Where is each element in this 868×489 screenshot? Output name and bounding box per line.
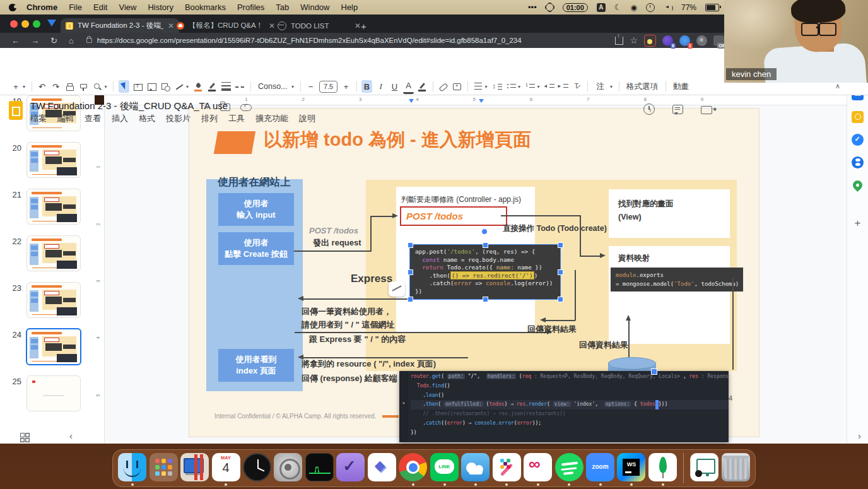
italic-button[interactable]: I bbox=[375, 80, 386, 93]
version-history-icon[interactable] bbox=[643, 103, 655, 115]
numbered-list-dropdown[interactable]: ▾ bbox=[536, 80, 541, 93]
insert-line-button[interactable] bbox=[174, 80, 185, 93]
volume-icon[interactable] bbox=[664, 4, 672, 11]
home-button[interactable]: ⌂ bbox=[69, 36, 74, 45]
slide-thumbnail-21[interactable] bbox=[26, 189, 81, 225]
timer-indicator[interactable]: 01:00 bbox=[563, 3, 588, 12]
border-color-button[interactable] bbox=[207, 80, 218, 93]
decrease-font-size-button[interactable]: − bbox=[305, 80, 316, 93]
zoom-icon[interactable]: zoom bbox=[586, 451, 614, 486]
insert-shape-button[interactable] bbox=[160, 80, 171, 93]
slides-menu-item[interactable]: 檔案 bbox=[30, 113, 47, 124]
paint-format-button[interactable] bbox=[78, 80, 89, 93]
highlight-color-button[interactable] bbox=[417, 80, 428, 93]
back-button[interactable]: ← bbox=[11, 36, 20, 45]
window-close-button[interactable] bbox=[10, 20, 18, 28]
toggle-extension-icon[interactable]: Off bbox=[713, 35, 724, 46]
slides-menu-item[interactable]: 格式 bbox=[139, 113, 155, 124]
resize-handle[interactable] bbox=[483, 242, 488, 248]
redo-button[interactable]: ↷ bbox=[50, 80, 61, 93]
slide-thumbnail-20[interactable] bbox=[26, 142, 81, 178]
calendar-icon[interactable]: MAY4 bbox=[211, 451, 240, 486]
launchpad-icon[interactable] bbox=[149, 451, 177, 486]
input-source-icon[interactable]: A bbox=[597, 3, 606, 12]
maps-icon[interactable] bbox=[851, 179, 864, 192]
select-tool[interactable] bbox=[119, 80, 129, 93]
chrome-icon[interactable] bbox=[399, 451, 427, 486]
line-icon[interactable]: LINE bbox=[430, 451, 459, 486]
do-not-disturb-icon[interactable]: ☾ bbox=[614, 3, 622, 12]
omnifocus-icon[interactable] bbox=[336, 451, 365, 486]
window-zoom-button[interactable] bbox=[33, 20, 40, 28]
craft-icon[interactable] bbox=[368, 451, 396, 486]
slides-menu-item[interactable]: 查看 bbox=[85, 113, 101, 124]
system-preferences-icon[interactable] bbox=[274, 451, 302, 486]
slides-menu-item[interactable]: 插入 bbox=[112, 113, 128, 124]
increase-font-size-button[interactable]: + bbox=[341, 80, 351, 93]
side-panel-collapse-icon[interactable]: › bbox=[858, 430, 861, 441]
loop-icon[interactable] bbox=[524, 451, 552, 486]
border-weight-button[interactable] bbox=[221, 80, 232, 93]
ruler-indent-marker[interactable] bbox=[479, 99, 484, 105]
print-button[interactable] bbox=[64, 80, 75, 93]
slide-thumbnail-22[interactable] bbox=[26, 235, 81, 271]
menubar-item[interactable]: Help bbox=[341, 3, 358, 12]
slack-icon[interactable] bbox=[492, 451, 520, 486]
line-spacing-button[interactable] bbox=[492, 80, 503, 93]
menubar-item[interactable]: View bbox=[119, 3, 136, 12]
ruler-indent-marker[interactable] bbox=[409, 99, 414, 105]
slides-menu-item[interactable]: 投影片 bbox=[166, 113, 191, 124]
slides-menu-item[interactable]: 編輯 bbox=[57, 113, 74, 124]
font-family-select[interactable]: Conso... bbox=[255, 80, 290, 93]
slides-menu-item[interactable]: 工具 bbox=[228, 113, 245, 124]
resize-handle[interactable] bbox=[558, 269, 563, 275]
share-icon[interactable] bbox=[615, 37, 623, 45]
align-button[interactable] bbox=[472, 80, 483, 93]
resize-handle[interactable] bbox=[408, 297, 413, 302]
add-addon-button[interactable]: + bbox=[855, 217, 861, 230]
menubar-more-icon[interactable]: ••• bbox=[528, 3, 537, 12]
insert-link-button[interactable] bbox=[438, 80, 449, 93]
bulleted-list-dropdown[interactable]: ▾ bbox=[517, 80, 522, 93]
decrease-indent-button[interactable] bbox=[544, 80, 555, 93]
join-call-button[interactable]: ▾ bbox=[701, 105, 717, 114]
numbered-list-button[interactable] bbox=[525, 80, 536, 93]
star-document-icon[interactable]: ☆ bbox=[202, 101, 210, 111]
trash-icon[interactable] bbox=[722, 451, 750, 486]
zoom-button[interactable] bbox=[92, 80, 103, 93]
mongodb-icon[interactable] bbox=[648, 451, 677, 486]
insert-image-button[interactable] bbox=[146, 80, 157, 93]
controller-code-block[interactable]: app.post('/todos', (req, res) => { const… bbox=[410, 245, 560, 299]
menubar-app-name[interactable]: Chrome bbox=[26, 3, 57, 12]
resize-handle[interactable] bbox=[483, 297, 488, 302]
rotation-handle[interactable] bbox=[481, 228, 488, 235]
webstorm-icon[interactable]: WS bbox=[617, 451, 645, 486]
menubar-item[interactable]: Window bbox=[300, 3, 329, 12]
align-dropdown[interactable]: ▾ bbox=[484, 80, 489, 93]
slide-thumbnail-25[interactable] bbox=[26, 375, 81, 411]
clock-icon[interactable] bbox=[646, 3, 655, 12]
tab-todo-list[interactable]: TODO LIST ✕ bbox=[273, 18, 366, 33]
slide-thumbnail-23[interactable] bbox=[26, 282, 81, 318]
tab-slides[interactable]: TW Foundation 2-3 - 後端_CRUD Q&A_TA use ✕ bbox=[61, 18, 179, 33]
dotzero-docs-icon[interactable] bbox=[690, 451, 718, 486]
resize-handle[interactable] bbox=[651, 368, 657, 375]
document-title[interactable]: TW Foundation 2-3 - 後端_CRUD Q&A_TA use bbox=[30, 100, 228, 112]
purple-extension-icon[interactable]: 8 bbox=[662, 35, 673, 46]
ssl-lock-icon[interactable] bbox=[86, 38, 92, 43]
clear-formatting-button[interactable] bbox=[572, 80, 583, 93]
spotify-icon[interactable] bbox=[554, 451, 583, 486]
resize-handle[interactable] bbox=[558, 242, 563, 248]
phonetic-dropdown[interactable]: ▾ bbox=[609, 80, 614, 93]
menubar-item[interactable]: File bbox=[69, 3, 82, 12]
underline-button[interactable]: U bbox=[389, 80, 400, 93]
clock-app-icon[interactable] bbox=[243, 451, 271, 486]
apple-menu-icon[interactable] bbox=[9, 4, 16, 11]
slide-thumbnail-24[interactable] bbox=[26, 328, 81, 365]
url-address-field[interactable]: https://docs.google.com/presentation/d/1… bbox=[97, 37, 532, 44]
slides-menu-item[interactable]: 說明 bbox=[299, 113, 315, 124]
bold-button[interactable]: B bbox=[361, 80, 372, 93]
window-minimize-button[interactable] bbox=[21, 20, 29, 28]
comments-icon[interactable] bbox=[672, 105, 683, 114]
slides-menu-item[interactable]: 擴充功能 bbox=[255, 113, 288, 124]
